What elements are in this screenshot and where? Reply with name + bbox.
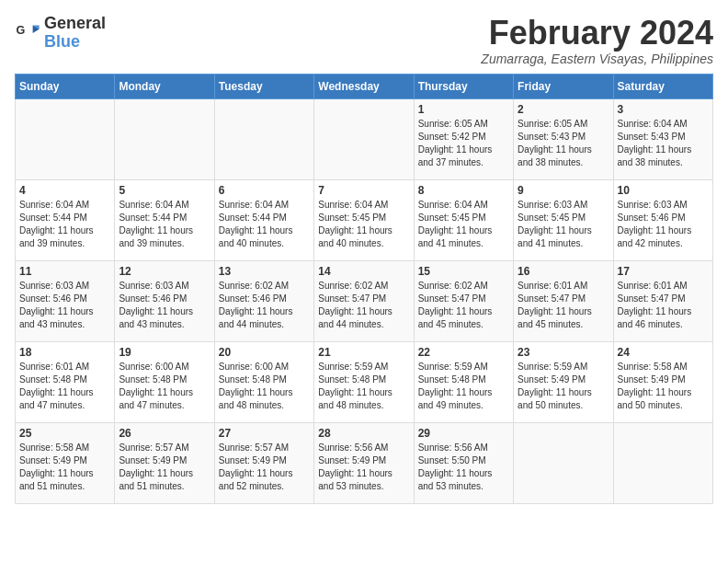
header-friday: Friday [514,74,613,98]
calendar-cell: 28Sunrise: 5:56 AM Sunset: 5:49 PM Dayli… [314,422,414,503]
title-area: February 2024 Zumarraga, Eastern Visayas… [481,15,713,66]
header-thursday: Thursday [414,74,513,98]
calendar-cell: 3Sunrise: 6:04 AM Sunset: 5:43 PM Daylig… [613,98,712,179]
calendar-cell: 15Sunrise: 6:02 AM Sunset: 5:47 PM Dayli… [414,260,513,341]
day-info: Sunrise: 5:56 AM Sunset: 5:49 PM Dayligh… [318,442,409,493]
svg-text:G: G [16,24,25,37]
day-number: 19 [119,346,210,359]
day-number: 20 [219,346,310,359]
calendar-cell: 2Sunrise: 6:05 AM Sunset: 5:43 PM Daylig… [514,98,613,179]
header-monday: Monday [115,74,214,98]
day-info: Sunrise: 6:04 AM Sunset: 5:45 PM Dayligh… [318,199,409,250]
calendar-cell [514,422,613,503]
calendar-week-1: 1Sunrise: 6:05 AM Sunset: 5:42 PM Daylig… [16,98,713,179]
month-year-title: February 2024 [481,15,713,52]
day-number: 11 [19,265,110,278]
day-number: 12 [119,265,210,278]
day-number: 23 [518,346,609,359]
calendar-cell: 20Sunrise: 6:00 AM Sunset: 5:48 PM Dayli… [214,341,313,422]
day-number: 2 [518,103,609,116]
calendar-week-3: 11Sunrise: 6:03 AM Sunset: 5:46 PM Dayli… [16,260,713,341]
day-number: 24 [618,346,709,359]
calendar-cell: 25Sunrise: 5:58 AM Sunset: 5:49 PM Dayli… [16,422,115,503]
calendar-header-row: SundayMondayTuesdayWednesdayThursdayFrid… [16,74,713,98]
calendar-cell [613,422,712,503]
day-info: Sunrise: 6:03 AM Sunset: 5:45 PM Dayligh… [518,199,609,250]
day-info: Sunrise: 6:02 AM Sunset: 5:47 PM Dayligh… [318,280,409,331]
calendar-cell: 8Sunrise: 6:04 AM Sunset: 5:45 PM Daylig… [414,179,513,260]
day-info: Sunrise: 6:03 AM Sunset: 5:46 PM Dayligh… [119,280,210,331]
calendar-cell: 23Sunrise: 5:59 AM Sunset: 5:49 PM Dayli… [514,341,613,422]
calendar-cell [214,98,313,179]
day-info: Sunrise: 6:04 AM Sunset: 5:44 PM Dayligh… [119,199,210,250]
day-info: Sunrise: 5:58 AM Sunset: 5:49 PM Dayligh… [19,442,110,493]
day-info: Sunrise: 6:05 AM Sunset: 5:42 PM Dayligh… [418,118,509,169]
calendar-cell: 24Sunrise: 5:58 AM Sunset: 5:49 PM Dayli… [613,341,712,422]
day-number: 3 [618,103,709,116]
day-number: 16 [518,265,609,278]
day-info: Sunrise: 6:02 AM Sunset: 5:47 PM Dayligh… [418,280,509,331]
day-number: 15 [418,265,509,278]
day-number: 10 [618,184,709,197]
day-number: 7 [318,184,409,197]
day-info: Sunrise: 5:59 AM Sunset: 5:48 PM Dayligh… [318,361,409,412]
day-info: Sunrise: 5:59 AM Sunset: 5:48 PM Dayligh… [418,361,509,412]
day-info: Sunrise: 6:04 AM Sunset: 5:45 PM Dayligh… [418,199,509,250]
day-number: 14 [318,265,409,278]
day-number: 22 [418,346,509,359]
calendar-cell: 18Sunrise: 6:01 AM Sunset: 5:48 PM Dayli… [16,341,115,422]
header-saturday: Saturday [613,74,712,98]
calendar-cell: 7Sunrise: 6:04 AM Sunset: 5:45 PM Daylig… [314,179,414,260]
header-tuesday: Tuesday [214,74,313,98]
day-number: 18 [19,346,110,359]
day-info: Sunrise: 6:03 AM Sunset: 5:46 PM Dayligh… [19,280,110,331]
day-info: Sunrise: 6:04 AM Sunset: 5:44 PM Dayligh… [219,199,310,250]
day-info: Sunrise: 5:56 AM Sunset: 5:50 PM Dayligh… [418,442,509,493]
calendar-cell: 12Sunrise: 6:03 AM Sunset: 5:46 PM Dayli… [115,260,214,341]
calendar-cell: 21Sunrise: 5:59 AM Sunset: 5:48 PM Dayli… [314,341,414,422]
day-info: Sunrise: 6:02 AM Sunset: 5:46 PM Dayligh… [219,280,310,331]
calendar-week-4: 18Sunrise: 6:01 AM Sunset: 5:48 PM Dayli… [16,341,713,422]
day-number: 13 [219,265,310,278]
day-info: Sunrise: 6:01 AM Sunset: 5:48 PM Dayligh… [19,361,110,412]
calendar-cell: 4Sunrise: 6:04 AM Sunset: 5:44 PM Daylig… [16,179,115,260]
calendar-cell: 27Sunrise: 5:57 AM Sunset: 5:49 PM Dayli… [214,422,313,503]
calendar-cell: 17Sunrise: 6:01 AM Sunset: 5:47 PM Dayli… [613,260,712,341]
day-info: Sunrise: 6:01 AM Sunset: 5:47 PM Dayligh… [618,280,709,331]
calendar-cell: 14Sunrise: 6:02 AM Sunset: 5:47 PM Dayli… [314,260,414,341]
location-subtitle: Zumarraga, Eastern Visayas, Philippines [481,52,713,66]
day-info: Sunrise: 5:57 AM Sunset: 5:49 PM Dayligh… [119,442,210,493]
calendar-cell: 16Sunrise: 6:01 AM Sunset: 5:47 PM Dayli… [514,260,613,341]
day-number: 6 [219,184,310,197]
day-number: 9 [518,184,609,197]
day-info: Sunrise: 5:58 AM Sunset: 5:49 PM Dayligh… [618,361,709,412]
day-number: 28 [318,427,409,440]
calendar-cell: 26Sunrise: 5:57 AM Sunset: 5:49 PM Dayli… [115,422,214,503]
logo-text: GeneralBlue [44,15,106,52]
day-number: 26 [119,427,210,440]
calendar-cell: 1Sunrise: 6:05 AM Sunset: 5:42 PM Daylig… [414,98,513,179]
calendar-cell: 5Sunrise: 6:04 AM Sunset: 5:44 PM Daylig… [115,179,214,260]
header-wednesday: Wednesday [314,74,414,98]
day-number: 5 [119,184,210,197]
day-number: 25 [19,427,110,440]
day-info: Sunrise: 6:01 AM Sunset: 5:47 PM Dayligh… [518,280,609,331]
calendar-cell: 13Sunrise: 6:02 AM Sunset: 5:46 PM Dayli… [214,260,313,341]
calendar-cell: 29Sunrise: 5:56 AM Sunset: 5:50 PM Dayli… [414,422,513,503]
calendar-cell: 22Sunrise: 5:59 AM Sunset: 5:48 PM Dayli… [414,341,513,422]
day-number: 4 [19,184,110,197]
day-number: 8 [418,184,509,197]
logo-blue: Blue [44,32,80,51]
day-info: Sunrise: 5:59 AM Sunset: 5:49 PM Dayligh… [518,361,609,412]
day-number: 21 [318,346,409,359]
calendar-cell: 10Sunrise: 6:03 AM Sunset: 5:46 PM Dayli… [613,179,712,260]
logo-icon: G [15,20,40,46]
day-info: Sunrise: 6:05 AM Sunset: 5:43 PM Dayligh… [518,118,609,169]
day-number: 17 [618,265,709,278]
calendar-week-2: 4Sunrise: 6:04 AM Sunset: 5:44 PM Daylig… [16,179,713,260]
day-info: Sunrise: 6:04 AM Sunset: 5:43 PM Dayligh… [618,118,709,169]
day-number: 1 [418,103,509,116]
day-info: Sunrise: 6:00 AM Sunset: 5:48 PM Dayligh… [119,361,210,412]
day-info: Sunrise: 6:03 AM Sunset: 5:46 PM Dayligh… [618,199,709,250]
day-number: 27 [219,427,310,440]
